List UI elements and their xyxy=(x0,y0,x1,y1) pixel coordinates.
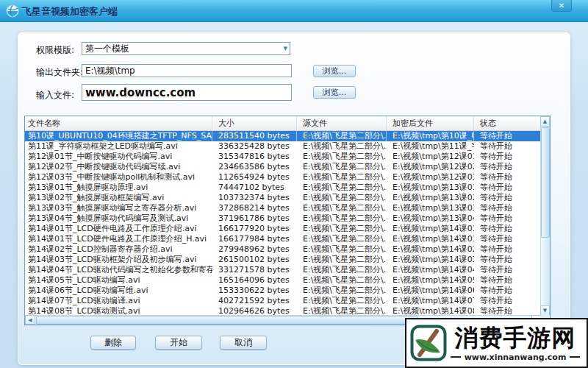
table-row[interactable]: 第14课02节_LCD控制器寄存器介绍.avi279948962 bytesE:… xyxy=(25,244,542,255)
table-row[interactable]: 第10课_UBUNTU10_04环境搭建之TFTP_NFS_SAMBA.avi2… xyxy=(25,131,542,141)
cell-status: 等待开始 xyxy=(474,203,542,213)
cell-source: E:\视频\飞星第二部分\... xyxy=(297,162,387,172)
horizontal-scroll-thumb[interactable] xyxy=(36,316,418,325)
start-button[interactable]: 开始 xyxy=(155,336,202,350)
cell-status: 等待开始 xyxy=(474,296,542,306)
cell-status: 等待开始 xyxy=(474,213,542,224)
cell-size: 372868214 bytes xyxy=(212,203,297,213)
cell-encrypted: E:\视频\tmp\第12课01... xyxy=(387,152,474,162)
cell-source: E:\视频\飞星第二部分\... xyxy=(297,275,387,286)
column-header-filename[interactable]: 文件名称 xyxy=(25,116,212,130)
watermark-logo-icon xyxy=(410,325,447,361)
cell-source: E:\视频\飞星第二部分\... xyxy=(297,265,387,275)
template-label: 权限模版: xyxy=(36,44,74,57)
cell-status: 等待开始 xyxy=(474,183,542,193)
output-folder-value: E:\视频\tmp xyxy=(85,65,135,77)
delete-button[interactable]: 删除 xyxy=(90,336,136,350)
main-panel: 权限模版: 第一个模板 ▾ 输出文件夹: E:\视频\tmp 浏览... 输入文… xyxy=(18,32,570,365)
cancel-button[interactable]: 取消 xyxy=(220,336,267,350)
cell-encrypted: E:\视频\tmp\第10课_UB... xyxy=(387,131,474,141)
cell-size: 402721592 bytes xyxy=(212,296,297,306)
watermark-url: www.xinnanwang.com xyxy=(465,353,567,362)
globe-icon xyxy=(6,4,19,18)
cell-size: 371961786 bytes xyxy=(212,213,297,224)
cell-source: E:\视频\飞星第二部分\... xyxy=(297,152,387,162)
column-header-status[interactable]: 状态 xyxy=(474,116,542,130)
watermark-text-block: 消费手游网 www.xinnanwang.com xyxy=(447,325,587,362)
output-folder-input[interactable]: E:\视频\tmp xyxy=(82,64,292,77)
window-title: 飞星音视频加密客户端 xyxy=(22,5,118,18)
cell-status: 等待开始 xyxy=(474,286,542,296)
cell-encrypted: E:\视频\tmp\第13课01... xyxy=(387,183,474,193)
table-row[interactable]: 第13课02节_触摸屏驱动框架编写.avi103732374 bytesE:\视… xyxy=(25,193,542,203)
cell-status: 等待开始 xyxy=(474,224,542,234)
column-header-source[interactable]: 源文件 xyxy=(297,116,387,130)
table-row[interactable]: 第14课05节_LCD驱动编写.avi165164096 bytesE:\视频\… xyxy=(25,275,542,286)
table-row[interactable]: 第14课06节_LCD驱动编写维.avi153330622 bytesE:\视频… xyxy=(25,286,542,296)
cell-name: 第14课04节_LCD驱动代码编写之初始化参数和寄存器.avi xyxy=(25,265,212,275)
file-table: 文件名称 大小 源文件 加密后文件 状态 第10课_UBUNTU10_04环境搭… xyxy=(24,116,551,325)
watermark-title: 消费手游网 xyxy=(447,325,584,351)
table-row[interactable]: 第12课03节_中断按键驱动poll机制和测试.avi112654924 byt… xyxy=(25,172,542,183)
table-row[interactable]: 第12课02节_中断按键驱动代码编写续.avi234663586 bytesE:… xyxy=(25,162,542,172)
cell-encrypted: E:\视频\tmp\第14课07... xyxy=(387,296,474,306)
cell-encrypted: E:\视频\tmp\第14课05... xyxy=(387,275,474,286)
table-row[interactable]: 第13课01节_触摸屏驱动原理.avi74447102 bytesE:\视频\飞… xyxy=(25,183,542,193)
template-dropdown[interactable]: 第一个模板 ▾ xyxy=(82,42,290,55)
table-row[interactable]: 第14课01节_LCD硬件电路及工作原理介绍.avi166177920 byte… xyxy=(25,224,542,234)
table-row[interactable]: 第14课04节_LCD驱动代码编写之初始化参数和寄存器.avi331271578… xyxy=(25,265,542,275)
cell-status: 等待开始 xyxy=(474,141,542,152)
cell-name: 第13课02节_触摸屏驱动框架编写.avi xyxy=(25,193,212,203)
scroll-down-icon[interactable]: ▼ xyxy=(540,305,550,316)
cell-status: 等待开始 xyxy=(474,162,542,172)
table-row[interactable]: 第11课_字符驱动框架之LED驱动编写.avi336325428 bytesE:… xyxy=(25,141,542,152)
cell-size: 166177920 bytes xyxy=(212,224,297,234)
output-folder-label: 输出文件夹: xyxy=(36,66,83,79)
table-header: 文件名称 大小 源文件 加密后文件 状态 xyxy=(25,116,542,131)
cell-size: 279948962 bytes xyxy=(212,244,297,255)
cell-name: 第14课06节_LCD驱动编写维.avi xyxy=(25,286,212,296)
input-file-input[interactable]: www.downcc.com xyxy=(82,84,292,101)
cell-status: 等待开始 xyxy=(474,131,542,141)
column-header-encrypted[interactable]: 加密后文件 xyxy=(387,116,474,130)
browse-input-button[interactable]: 浏览... xyxy=(313,86,356,99)
dash-right xyxy=(570,356,580,358)
cell-status: 等待开始 xyxy=(474,234,542,244)
cell-size: 234663586 bytes xyxy=(212,162,297,172)
cell-name: 第14课01节_LCD硬件电路及工作原理介绍_H.avi xyxy=(25,234,212,244)
table-row[interactable]: 第14课01节_LCD硬件电路及工作原理介绍_H.avi166177984 by… xyxy=(25,234,542,244)
table-row[interactable]: 第14课03节_LCD驱动框架介绍及初步编写.avi261500102 byte… xyxy=(25,255,542,265)
vertical-scroll-thumb[interactable] xyxy=(541,127,550,238)
cell-name: 第13课03节_触摸屏驱动编写之寄存器分析.avi xyxy=(25,203,212,213)
table-row[interactable]: 第14课07节_LCD驱动编译.avi402721592 bytesE:\视频\… xyxy=(25,296,542,306)
scroll-left-icon[interactable]: ◀ xyxy=(25,315,35,325)
table-row[interactable]: 第12课01节_中断按键驱动代码编写.avi315347816 bytesE:\… xyxy=(25,152,542,162)
cell-encrypted: E:\视频\tmp\第14课02... xyxy=(387,244,474,255)
cell-name: 第10课_UBUNTU10_04环境搭建之TFTP_NFS_SAMBA.avi xyxy=(25,131,212,141)
cell-source: E:\视频\飞星第二部分\... xyxy=(297,141,387,152)
table-row[interactable]: 第13课03节_触摸屏驱动编写之寄存器分析.avi372868214 bytes… xyxy=(25,203,542,213)
cell-source: E:\视频\飞星第二部分\... xyxy=(297,244,387,255)
close-icon: ✕ xyxy=(559,1,564,10)
cell-source: E:\视频\飞星第二部分\... xyxy=(297,234,387,244)
close-button[interactable]: ✕ xyxy=(551,0,572,12)
cell-size: 103732374 bytes xyxy=(212,193,297,203)
template-value: 第一个模板 xyxy=(85,43,129,55)
cell-encrypted: E:\视频\tmp\第13课03... xyxy=(387,203,474,213)
scroll-up-icon[interactable]: ▲ xyxy=(540,116,550,127)
cell-encrypted: E:\视频\tmp\第13课02... xyxy=(387,193,474,203)
cell-name: 第14课03节_LCD驱动框架介绍及初步编写.avi xyxy=(25,255,212,265)
input-file-value: www.downcc.com xyxy=(85,86,196,99)
vertical-scrollbar[interactable]: ▲ ▼ xyxy=(540,116,550,316)
browse-output-button[interactable]: 浏览... xyxy=(313,65,356,77)
cell-name: 第14课02节_LCD控制器寄存器介绍.avi xyxy=(25,244,212,255)
cell-status: 等待开始 xyxy=(474,265,542,275)
cell-source: E:\视频\飞星第二部分\... xyxy=(297,296,387,306)
cell-size: 166177984 bytes xyxy=(212,234,297,244)
cell-size: 283511540 bytes xyxy=(212,131,297,141)
watermark-url-row: www.xinnanwang.com xyxy=(447,353,584,362)
column-header-size[interactable]: 大小 xyxy=(212,116,297,130)
table-row[interactable]: 第13课04节_触摸屏驱动代码编写及测试.avi371961786 bytesE… xyxy=(25,213,542,224)
app-window: 飞星音视频加密客户端 ✕ 权限模版: 第一个模板 ▾ 输出文件夹: E:\视频\… xyxy=(0,0,588,368)
cell-name: 第13课01节_触摸屏驱动原理.avi xyxy=(25,183,212,193)
